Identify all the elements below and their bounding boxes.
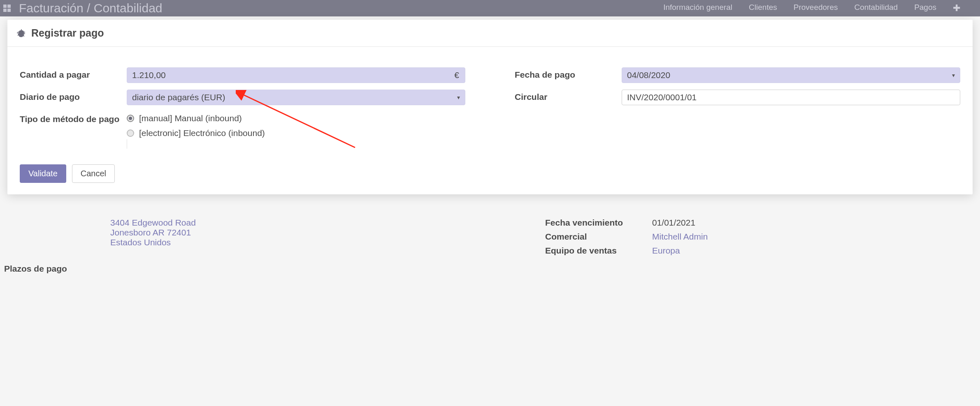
plus-icon[interactable]: ✚ (953, 3, 960, 14)
main-navbar: Facturación / Contabilidad Información g… (0, 0, 980, 16)
nav-item-customers[interactable]: Clientes (749, 3, 777, 14)
apps-icon[interactable] (3, 5, 11, 12)
nav-item-overview[interactable]: Información general (663, 3, 732, 14)
nav-item-vendors[interactable]: Proveedores (794, 3, 838, 14)
nav-item-accounting[interactable]: Contabilidad (854, 3, 898, 14)
nav-item-payments[interactable]: Pagos (914, 3, 936, 14)
nav-menu: Información general Clientes Proveedores… (663, 3, 960, 14)
app-title: Facturación / Contabilidad (19, 1, 163, 15)
